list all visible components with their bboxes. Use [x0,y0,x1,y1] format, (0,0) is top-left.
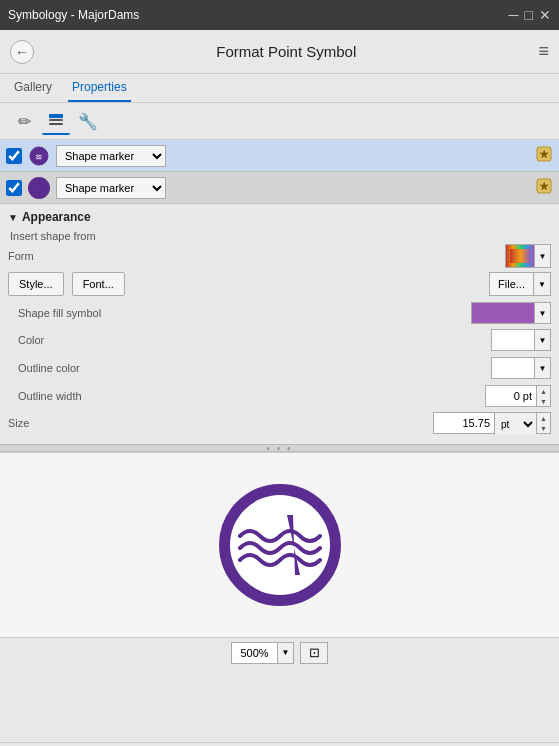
outline-width-up[interactable]: ▲ [537,386,550,396]
pencil-icon[interactable]: ✏ [10,107,38,135]
svg-text:★: ★ [539,148,550,160]
shape-fill-dropdown-icon[interactable]: ▼ [534,303,550,323]
window-title: Symbology - MajorDams [8,8,139,22]
layer-row-2[interactable]: Shape marker ★ [0,172,559,204]
svg-rect-0 [49,114,63,118]
zoom-input[interactable] [232,643,277,663]
back-icon: ← [15,44,29,60]
resize-handle[interactable]: • • • [0,444,559,452]
color-label: Color [8,334,98,346]
outline-width-row: Outline width ▲ ▼ [8,384,551,408]
size-input[interactable] [434,413,494,433]
zoom-bar: ▼ ⊡ [0,637,559,667]
svg-text:★: ★ [539,180,550,192]
svg-rect-1 [49,119,63,121]
main-panel: ≋ Shape marker ★ Shape marker ★ [0,140,559,742]
bottom-bar: Auto Apply Apply Cancel [0,742,559,746]
outline-width-arrows: ▲ ▼ [536,386,550,406]
form-label: Form [8,250,98,262]
appearance-header[interactable]: ▼ Appearance [8,210,551,224]
minimize-icon[interactable]: ─ [509,7,519,23]
color-select[interactable]: ▼ [491,329,551,351]
close-icon[interactable]: ✕ [539,7,551,23]
resize-dots-icon: • • • [266,443,292,454]
color-block [492,330,534,350]
file-button[interactable]: File... ▼ [489,272,551,296]
menu-icon[interactable]: ≡ [538,41,549,62]
form-colormap-btn[interactable]: ▼ [505,244,551,268]
preview-area [0,452,559,637]
outline-color-block [492,358,534,378]
size-unit-select[interactable]: pt px mm [494,413,536,435]
colormap-dropdown-icon[interactable]: ▼ [534,245,550,267]
outline-color-dropdown-icon[interactable]: ▼ [534,358,550,378]
layer-1-preview: ≋ [28,145,50,167]
style-font-file-row: Style... Font... File... ▼ [8,272,551,296]
svg-rect-2 [49,123,63,125]
color-dropdown-icon[interactable]: ▼ [534,330,550,350]
insert-shape-from-label: Insert shape from [8,230,551,242]
size-label: Size [8,417,48,429]
outline-color-label: Outline color [8,362,98,374]
file-btn-arrow[interactable]: ▼ [534,273,550,295]
form-row: Form ▼ [8,244,551,268]
layers-icon[interactable] [42,107,70,135]
zoom-reset-button[interactable]: ⊡ [300,642,328,664]
layer-1-marker-select[interactable]: Shape marker [56,145,166,167]
outline-width-spinbox[interactable]: ▲ ▼ [485,385,551,407]
layer-row-1[interactable]: ≋ Shape marker ★ [0,140,559,172]
tab-properties[interactable]: Properties [68,74,131,102]
outline-color-select[interactable]: ▼ [491,357,551,379]
svg-rect-9 [510,249,530,263]
zoom-dropdown-icon[interactable]: ▼ [277,643,293,663]
shape-fill-select[interactable]: ▼ [471,302,551,324]
shape-fill-color-block [472,303,534,323]
font-button[interactable]: Font... [72,272,125,296]
shape-fill-label: Shape fill symbol [8,307,471,319]
size-up[interactable]: ▲ [537,413,550,423]
header-bar: ← Format Point Symbol ≡ [0,30,559,74]
shape-fill-row: Shape fill symbol ▼ [8,302,551,324]
colormap-icon [506,245,534,267]
size-row: Size pt px mm ▲ ▼ [8,412,551,434]
wrench-icon[interactable]: 🔧 [74,107,102,135]
outline-color-row: Outline color ▼ [8,356,551,380]
restore-icon[interactable]: □ [525,7,533,23]
style-button[interactable]: Style... [8,272,64,296]
size-arrows: ▲ ▼ [536,413,550,433]
layer-2-action-icon[interactable]: ★ [535,177,553,199]
color-row: Color ▼ [8,328,551,352]
size-down[interactable]: ▼ [537,423,550,433]
layer-1-checkbox[interactable] [6,148,22,164]
outline-width-input[interactable] [486,386,536,406]
layer-2-preview [28,177,50,199]
layer-1-action-icon[interactable]: ★ [535,145,553,167]
title-bar: Symbology - MajorDams ─ □ ✕ [0,0,559,30]
appearance-section: ▼ Appearance Insert shape from Form [0,204,559,444]
collapse-icon: ▼ [8,212,18,223]
outline-width-label: Outline width [8,390,98,402]
file-btn-main[interactable]: File... [490,273,534,295]
svg-text:≋: ≋ [35,152,43,162]
window-controls[interactable]: ─ □ ✕ [509,7,551,23]
tab-gallery[interactable]: Gallery [10,74,56,102]
dam-symbol-preview [215,480,345,610]
zoom-select[interactable]: ▼ [231,642,294,664]
layer-2-marker-select[interactable]: Shape marker [56,177,166,199]
layer-2-checkbox[interactable] [6,180,22,196]
back-button[interactable]: ← [10,40,34,64]
outline-width-down[interactable]: ▼ [537,396,550,406]
page-title: Format Point Symbol [34,43,538,60]
size-spinbox[interactable]: pt px mm ▲ ▼ [433,412,551,434]
tab-bar: Gallery Properties [0,74,559,103]
icon-toolbar: ✏ 🔧 [0,103,559,140]
appearance-label: Appearance [22,210,91,224]
